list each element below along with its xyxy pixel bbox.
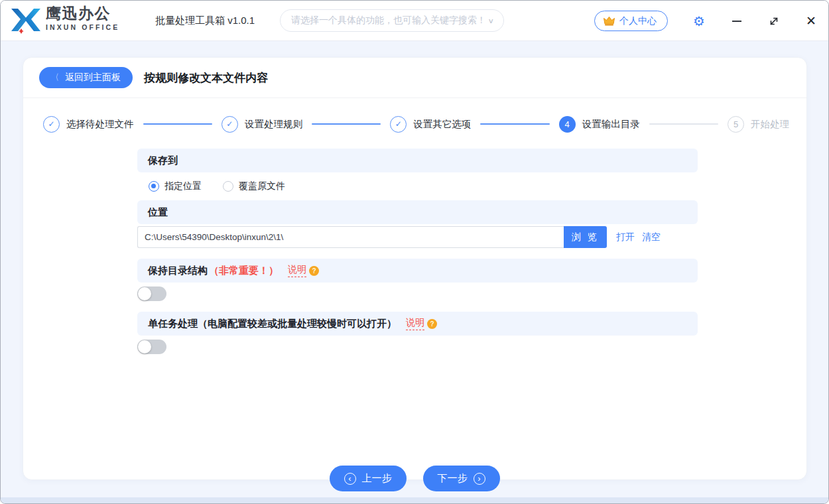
step-label: 选择待处理文件 [66, 118, 134, 131]
radio-dot-icon [223, 181, 233, 192]
step-connector [649, 123, 718, 125]
chevron-left-icon: 〈 [52, 72, 59, 84]
section-location: 位置 [137, 200, 698, 224]
open-folder-link[interactable]: 打开 [616, 231, 635, 243]
step-label: 设置处理规则 [245, 118, 302, 131]
step-connector [143, 123, 212, 125]
main-panel: 〈 返回到主面板 按规则修改文本文件内容 ✓ 选择待处理文件 ✓ 设置处理规则 … [23, 57, 807, 480]
logo-title: 鹰迅办公 [46, 6, 119, 21]
previous-step-label: 上一步 [362, 472, 392, 485]
panel-header: 〈 返回到主面板 按规则修改文本文件内容 [23, 58, 806, 98]
radio-specified-location[interactable]: 指定位置 [149, 180, 202, 192]
section-save-to: 保存到 [137, 149, 698, 172]
search-placeholder: 请选择一个具体的功能，也可输入关键字搜索！ [291, 15, 487, 27]
minimize-button[interactable] [724, 1, 750, 41]
step-number: 4 [559, 116, 576, 133]
question-mark-icon[interactable]: ? [309, 266, 319, 276]
keep-structure-toggle[interactable] [137, 286, 166, 301]
step-label: 开始处理 [751, 118, 789, 131]
step-select-files[interactable]: ✓ 选择待处理文件 [43, 116, 134, 133]
titlebar: 鹰迅办公 INXUN OFFICE 批量处理工具箱 v1.0.1 请选择一个具体… [1, 1, 828, 41]
section-single-task: 单任务处理（电脑配置较差或批量处理较慢时可以打开） 说明 ? [137, 312, 698, 336]
close-icon: ✕ [806, 13, 816, 29]
settings-button[interactable]: ⚙ [686, 1, 712, 41]
keep-structure-note: （非常重要！） [209, 265, 279, 277]
next-step-button[interactable]: 下一步 › [423, 466, 500, 491]
radio-overwrite-original[interactable]: 覆盖原文件 [223, 180, 285, 192]
keep-structure-help-link[interactable]: 说明 [288, 264, 306, 277]
minimize-icon [732, 21, 741, 22]
resize-diagonal-icon [769, 16, 779, 27]
close-button[interactable]: ✕ [798, 1, 824, 41]
back-to-dashboard-button[interactable]: 〈 返回到主面板 [39, 67, 133, 88]
check-icon: ✓ [222, 116, 238, 133]
window-bottom-edge [1, 497, 828, 503]
radio-label: 指定位置 [164, 180, 202, 192]
step-start-processing[interactable]: 5 开始处理 [728, 116, 789, 133]
logo-text: 鹰迅办公 INXUN OFFICE [46, 6, 119, 31]
step-label: 设置输出目录 [582, 118, 640, 131]
gear-icon: ⚙ [693, 13, 705, 29]
single-task-help-link[interactable]: 说明 [406, 317, 424, 330]
step-label: 设置其它选项 [413, 118, 471, 131]
maximize-button[interactable] [761, 1, 787, 41]
radio-dot-icon [149, 181, 159, 192]
app-window: 鹰迅办公 INXUN OFFICE 批量处理工具箱 v1.0.1 请选择一个具体… [0, 0, 829, 504]
back-button-label: 返回到主面板 [65, 72, 121, 84]
user-center-button[interactable]: 个人中心 [594, 11, 668, 31]
user-center-label: 个人中心 [619, 15, 657, 27]
app-title: 批量处理工具箱 v1.0.1 [155, 1, 255, 40]
question-mark-icon[interactable]: ? [427, 319, 437, 329]
location-input-row: 浏 览 打开 清空 [137, 226, 698, 248]
step-number: 5 [728, 116, 744, 133]
toggle-knob [138, 287, 151, 300]
save-to-options: 指定位置 覆盖原文件 [137, 172, 698, 200]
function-search-select[interactable]: 请选择一个具体的功能，也可输入关键字搜索！ ∨ [280, 9, 504, 32]
step-connector [312, 123, 381, 125]
toggle-knob [138, 340, 151, 353]
app-logo-icon [10, 6, 42, 36]
wizard-nav: ‹ 上一步 下一步 › [1, 466, 828, 491]
next-step-label: 下一步 [438, 472, 468, 485]
chevron-left-circle-icon: ‹ [344, 473, 356, 485]
crown-icon [603, 16, 615, 26]
path-links: 打开 清空 [616, 226, 661, 248]
output-path-input[interactable] [137, 226, 564, 248]
single-task-toggle[interactable] [137, 340, 166, 354]
page-title: 按规则修改文本文件内容 [144, 70, 268, 86]
check-icon: ✓ [43, 116, 60, 133]
section-save-to-title: 保存到 [148, 155, 178, 167]
step-output-directory[interactable]: 4 设置输出目录 [559, 116, 640, 133]
output-settings-form: 保存到 指定位置 覆盖原文件 位置 浏 览 打开 [137, 149, 698, 354]
keep-structure-title: 保持目录结构 [148, 265, 208, 277]
step-connector [480, 123, 549, 125]
step-set-rules[interactable]: ✓ 设置处理规则 [222, 116, 302, 133]
logo-subtitle: INXUN OFFICE [46, 24, 119, 31]
browse-button[interactable]: 浏 览 [564, 226, 607, 248]
single-task-title: 单任务处理（电脑配置较差或批量处理较慢时可以打开） [148, 318, 397, 330]
radio-label: 覆盖原文件 [239, 180, 285, 192]
section-keep-structure: 保持目录结构 （非常重要！） 说明 ? [137, 259, 698, 283]
chevron-right-circle-icon: › [474, 473, 485, 485]
clear-path-link[interactable]: 清空 [642, 231, 661, 243]
previous-step-button[interactable]: ‹ 上一步 [330, 466, 407, 491]
check-icon: ✓ [390, 116, 407, 133]
step-indicator: ✓ 选择待处理文件 ✓ 设置处理规则 ✓ 设置其它选项 4 设置输出目录 5 开… [43, 115, 789, 133]
step-other-options[interactable]: ✓ 设置其它选项 [390, 116, 471, 133]
section-location-title: 位置 [148, 206, 168, 219]
chevron-down-icon: ∨ [487, 17, 494, 25]
